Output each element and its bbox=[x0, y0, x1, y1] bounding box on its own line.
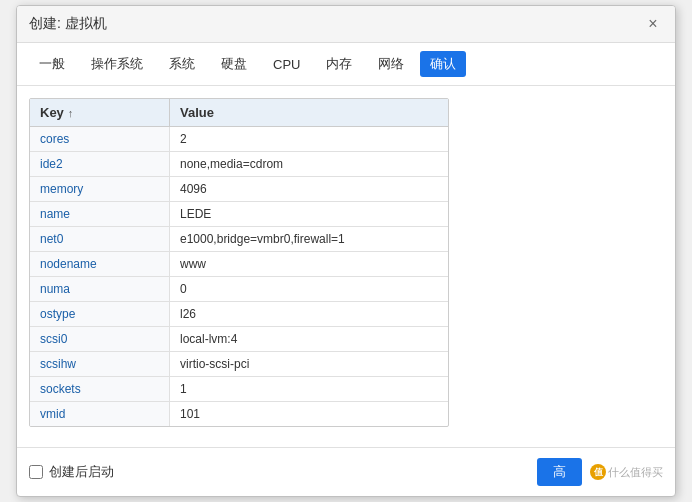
table-row: nameLEDE bbox=[30, 202, 448, 227]
table-cell-key: vmid bbox=[30, 402, 170, 426]
table-row: scsihwvirtio-scsi-pci bbox=[30, 352, 448, 377]
title-bar: 创建: 虚拟机 × bbox=[17, 6, 675, 43]
table-cell-value: 101 bbox=[170, 402, 448, 426]
content-area: Key ↑ Value cores2ide2none,media=cdromme… bbox=[17, 86, 675, 439]
nav-item-confirm[interactable]: 确认 bbox=[420, 51, 466, 77]
config-table: Key ↑ Value cores2ide2none,media=cdromme… bbox=[29, 98, 449, 427]
table-cell-key: ide2 bbox=[30, 152, 170, 176]
table-row: vmid101 bbox=[30, 402, 448, 426]
table-cell-value: 4096 bbox=[170, 177, 448, 201]
table-row: sockets1 bbox=[30, 377, 448, 402]
nav-item-general[interactable]: 一般 bbox=[29, 51, 75, 77]
footer-bar: 创建后启动 高 值 什么值得买 bbox=[17, 447, 675, 496]
table-cell-value: www bbox=[170, 252, 448, 276]
nav-item-memory[interactable]: 内存 bbox=[316, 51, 362, 77]
footer-right: 高 值 什么值得买 bbox=[537, 458, 663, 486]
column-key-header[interactable]: Key ↑ bbox=[30, 99, 170, 126]
table-cell-value: LEDE bbox=[170, 202, 448, 226]
table-cell-key: scsihw bbox=[30, 352, 170, 376]
close-button[interactable]: × bbox=[643, 14, 663, 34]
table-cell-key: ostype bbox=[30, 302, 170, 326]
table-cell-key: nodename bbox=[30, 252, 170, 276]
table-cell-key: numa bbox=[30, 277, 170, 301]
table-cell-key: net0 bbox=[30, 227, 170, 251]
table-cell-key: scsi0 bbox=[30, 327, 170, 351]
table-cell-value: l26 bbox=[170, 302, 448, 326]
table-row: net0e1000,bridge=vmbr0,firewall=1 bbox=[30, 227, 448, 252]
table-row: cores2 bbox=[30, 127, 448, 152]
nav-item-network[interactable]: 网络 bbox=[368, 51, 414, 77]
table-cell-value: e1000,bridge=vmbr0,firewall=1 bbox=[170, 227, 448, 251]
auto-start-checkbox[interactable] bbox=[29, 465, 43, 479]
table-cell-value: 2 bbox=[170, 127, 448, 151]
table-row: numa0 bbox=[30, 277, 448, 302]
nav-item-disk[interactable]: 硬盘 bbox=[211, 51, 257, 77]
nav-bar: 一般 操作系统 系统 硬盘 CPU 内存 网络 确认 bbox=[17, 43, 675, 86]
table-row: ide2none,media=cdrom bbox=[30, 152, 448, 177]
table-cell-key: name bbox=[30, 202, 170, 226]
table-cell-value: 0 bbox=[170, 277, 448, 301]
nav-item-system[interactable]: 系统 bbox=[159, 51, 205, 77]
table-cell-value: none,media=cdrom bbox=[170, 152, 448, 176]
table-row: scsi0local-lvm:4 bbox=[30, 327, 448, 352]
dialog-title: 创建: 虚拟机 bbox=[29, 15, 107, 33]
table-row: ostypel26 bbox=[30, 302, 448, 327]
table-cell-key: memory bbox=[30, 177, 170, 201]
finish-button[interactable]: 高 bbox=[537, 458, 582, 486]
watermark: 值 什么值得买 bbox=[590, 464, 663, 480]
watermark-icon: 值 bbox=[590, 464, 606, 480]
auto-start-label: 创建后启动 bbox=[49, 463, 114, 481]
table-cell-key: sockets bbox=[30, 377, 170, 401]
column-value-header: Value bbox=[170, 99, 448, 126]
nav-item-os[interactable]: 操作系统 bbox=[81, 51, 153, 77]
table-row: nodenamewww bbox=[30, 252, 448, 277]
table-body: cores2ide2none,media=cdrommemory4096name… bbox=[30, 127, 448, 426]
dialog-window: 创建: 虚拟机 × 一般 操作系统 系统 硬盘 CPU 内存 网络 确认 Key… bbox=[16, 5, 676, 497]
table-header: Key ↑ Value bbox=[30, 99, 448, 127]
table-cell-key: cores bbox=[30, 127, 170, 151]
table-cell-value: virtio-scsi-pci bbox=[170, 352, 448, 376]
table-cell-value: local-lvm:4 bbox=[170, 327, 448, 351]
auto-start-checkbox-label[interactable]: 创建后启动 bbox=[29, 463, 114, 481]
nav-item-cpu[interactable]: CPU bbox=[263, 53, 310, 76]
sort-arrow-icon: ↑ bbox=[68, 107, 74, 119]
table-row: memory4096 bbox=[30, 177, 448, 202]
table-cell-value: 1 bbox=[170, 377, 448, 401]
watermark-text: 什么值得买 bbox=[608, 465, 663, 480]
